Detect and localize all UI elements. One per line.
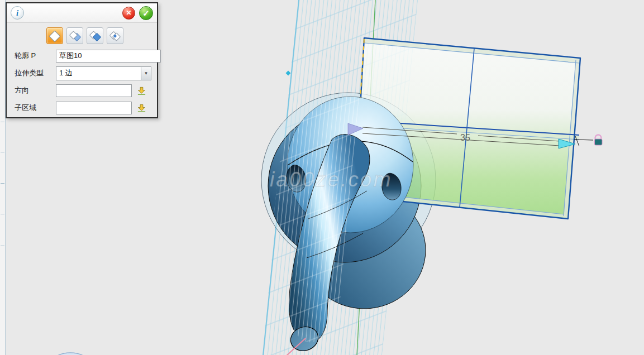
direction-label: 方向 xyxy=(9,85,56,95)
subtract-diamonds-icon xyxy=(88,29,102,42)
profile-input[interactable] xyxy=(56,50,161,63)
subregion-label: 子区域 xyxy=(9,103,56,113)
left-dock-ruler[interactable] xyxy=(0,0,6,355)
ruler-tick xyxy=(1,214,4,214)
info-icon: i xyxy=(11,6,24,20)
extrude-type-label: 拉伸类型 xyxy=(9,68,56,78)
extrude-subtract-button[interactable] xyxy=(87,27,103,44)
ruler-tick xyxy=(1,246,4,246)
lock-handle-icon[interactable] xyxy=(595,135,603,146)
ok-button[interactable]: ✓ xyxy=(139,6,153,20)
ruler-tick xyxy=(1,122,4,122)
extrude-dialog: i ✕ ✓ xyxy=(6,2,158,118)
grid-snap-point xyxy=(285,70,290,75)
watermark: ia00ze.com xyxy=(270,168,392,191)
add-diamonds-icon xyxy=(68,29,82,42)
profile-label: 轮廓 P xyxy=(9,51,56,61)
dropdown-arrow-icon[interactable]: ▾ xyxy=(141,67,151,80)
direction-picker-icon[interactable] xyxy=(137,86,146,95)
dialog-header: i ✕ ✓ xyxy=(7,3,157,23)
nav-ball[interactable] xyxy=(52,353,89,355)
direction-input[interactable] xyxy=(56,84,132,97)
extrude-add-button[interactable] xyxy=(66,27,83,44)
extrude-type-value: 1 边 xyxy=(56,68,73,78)
subregion-row: 子区域 xyxy=(9,101,151,114)
direction-row: 方向 xyxy=(9,84,151,97)
base-diamond-icon xyxy=(48,29,61,42)
boolean-toolbar xyxy=(46,27,157,44)
extrude-type-row: 拉伸类型 1 边 ▾ xyxy=(9,66,151,80)
subregion-picker-icon[interactable] xyxy=(137,103,146,113)
ruler-tick xyxy=(1,152,4,152)
cancel-button[interactable]: ✕ xyxy=(122,7,135,20)
extrude-type-select[interactable]: 1 边 ▾ xyxy=(56,66,151,80)
extrude-base-button[interactable] xyxy=(46,27,63,44)
subregion-input[interactable] xyxy=(56,102,132,114)
app-root: { "dialog": { "icons": { "info": "i", "c… xyxy=(0,0,644,355)
dimension-value[interactable]: 35 xyxy=(460,133,470,142)
extrude-intersect-button[interactable] xyxy=(107,27,123,44)
ruler-tick xyxy=(1,183,4,184)
profile-row: 轮廓 P xyxy=(9,49,151,63)
intersect-diamonds-icon xyxy=(108,29,122,42)
